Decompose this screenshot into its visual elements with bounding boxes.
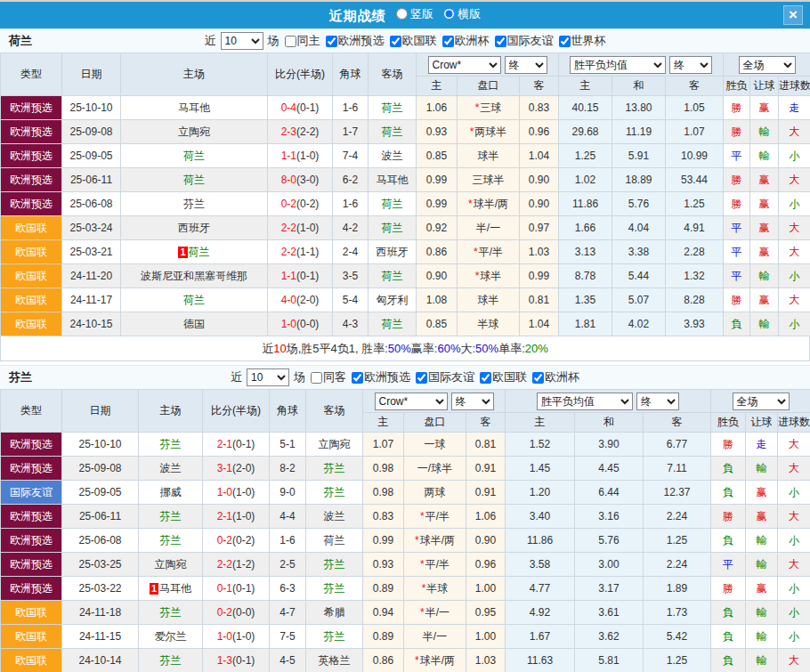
competition-checkbox[interactable] [532,372,544,384]
corner-score: 5-4 [333,288,369,312]
competition-filter[interactable]: 欧洲预选 [349,369,410,385]
summary-text: 50% [475,342,498,355]
competition-filter[interactable]: 欧国联 [387,33,437,49]
same-venue-checkbox[interactable] [285,36,296,47]
result-wdl: 平 [711,553,746,577]
same-venue-checkbox[interactable] [311,372,322,384]
horizontal-layout-label: 横版 [458,6,481,22]
same-venue-filter[interactable]: 同主 [282,33,320,49]
scope-select[interactable]: 全场 [733,393,790,410]
crown-away-odds: 0.81 [520,288,559,312]
match-row: 国际友谊25-09-05挪威1-0(1-0)9-0芬兰0.98两球0.911.2… [1,481,810,505]
away-team: 芬兰 [306,553,363,577]
sub-column-header: 主 [506,413,575,433]
result-goals: 大 [779,216,810,240]
sub-column-header: 胜负 [724,77,750,96]
result-handicap: 輸 [750,144,779,168]
away-team: 波兰 [369,144,417,168]
competition-filter[interactable]: 世界杯 [556,33,606,49]
avg-type-select[interactable]: 胜平负均值 [537,393,633,410]
result-wdl: 勝 [724,288,750,312]
crown-away-odds: 0.95 [466,601,506,625]
score: 8-0(3-0) [268,168,333,192]
avg-home-odds: 1.66 [559,216,612,240]
competition-checkbox[interactable] [495,36,506,47]
horizontal-layout-radio[interactable] [443,8,455,20]
score: 2-1(1-0) [203,505,270,529]
vertical-layout-radio[interactable] [396,8,408,20]
avg-draw-odds: 5.91 [612,144,666,168]
odds-time-select[interactable]: 终 [451,393,494,410]
competition-checkbox[interactable] [352,372,363,384]
avg-type-select[interactable]: 胜平负均值 [570,56,666,74]
result-handicap: 赢 [750,240,779,264]
result-wdl: 勝 [711,505,746,529]
competition-filter[interactable]: 欧洲杯 [440,33,490,49]
result-handicap: 赢 [750,168,779,192]
close-icon[interactable]: × [783,5,803,25]
competition-filter[interactable]: 欧洲预选 [323,33,385,49]
result-goals: 大 [778,505,810,529]
competition-filter[interactable]: 欧洲杯 [530,369,579,385]
games-label: 场 [294,369,305,385]
away-team: 西班牙 [369,240,417,264]
score: 2-1(0-1) [203,433,270,457]
match-row: 欧洲预选25-06-11芬兰2-1(1-0)4-4波兰0.83*平/半1.063… [1,505,810,529]
result-handicap: 輸 [750,120,779,144]
match-count-select[interactable]: 10 [221,32,263,50]
competition-checkbox[interactable] [480,372,491,384]
avg-time-select[interactable]: 终 [636,393,679,410]
match-date: 25-06-11 [62,168,121,192]
column-header: 角球 [333,53,369,96]
result-goals: 小 [779,264,810,288]
result-goals: 小 [778,601,810,625]
corner-score: 7-4 [333,144,369,168]
layout-option-vertical[interactable]: 竖版 [396,6,433,22]
result-wdl: 勝 [724,120,750,144]
home-team: 爱尔兰 [139,625,203,649]
window-title: 近期战绩 [329,7,386,22]
avg-time-select[interactable]: 终 [669,56,712,74]
crown-away-odds: 1.00 [466,577,506,601]
corner-score: 6-2 [333,168,369,192]
sub-column-header: 进球数 [779,77,810,96]
result-handicap: 輸 [750,264,779,288]
competition-checkbox[interactable] [559,36,571,47]
result-handicap: 赢 [746,577,778,601]
result-wdl: 負 [711,601,746,625]
match-row: 欧洲预选25-06-11荷兰8-0(3-0)6-2马耳他0.99三球半0.901… [1,168,810,192]
match-count-select[interactable]: 10 [247,368,289,386]
home-team: 1马耳他 [139,577,203,601]
avg-away-odds: 1.89 [644,577,711,601]
layout-option-horizontal[interactable]: 横版 [443,6,481,22]
competition-filter[interactable]: 国际友谊 [413,369,474,385]
competition-checkbox[interactable] [390,36,401,47]
corner-score: 5-1 [270,433,306,457]
avg-away-odds: 1.73 [644,601,711,625]
same-venue-filter[interactable]: 同客 [308,369,346,385]
competition-checkbox[interactable] [326,36,337,47]
match-date: 24-10-15 [62,312,121,336]
competition-badge: 欧国联 [1,240,62,264]
odds-source-select[interactable]: Crow* [428,56,501,74]
competition-filter[interactable]: 欧国联 [477,369,527,385]
result-wdl: 勝 [711,433,746,457]
result-goals: 大 [779,240,810,264]
competition-checkbox[interactable] [416,372,427,384]
crown-away-odds: 0.96 [466,553,506,577]
sub-column-header: 和 [612,77,666,96]
scope-select[interactable]: 全场 [739,56,796,74]
odds-source-select[interactable]: Crow* [375,393,448,410]
odds-group-header: Crow*终 [417,53,559,77]
avg-home-odds: 3.58 [506,553,575,577]
competition-checkbox[interactable] [442,36,454,47]
result-goals: 小 [778,481,810,505]
competition-filter[interactable]: 国际友谊 [492,33,554,49]
handicap-line: *三球 [458,96,520,120]
odds-time-select[interactable]: 终 [505,56,547,74]
avg-away-odds: 2.28 [666,240,724,264]
sub-column-header: 主 [559,77,612,96]
match-date: 25-10-10 [62,433,139,457]
competition-badge: 欧洲预选 [1,192,62,216]
result-wdl: 平 [724,144,750,168]
